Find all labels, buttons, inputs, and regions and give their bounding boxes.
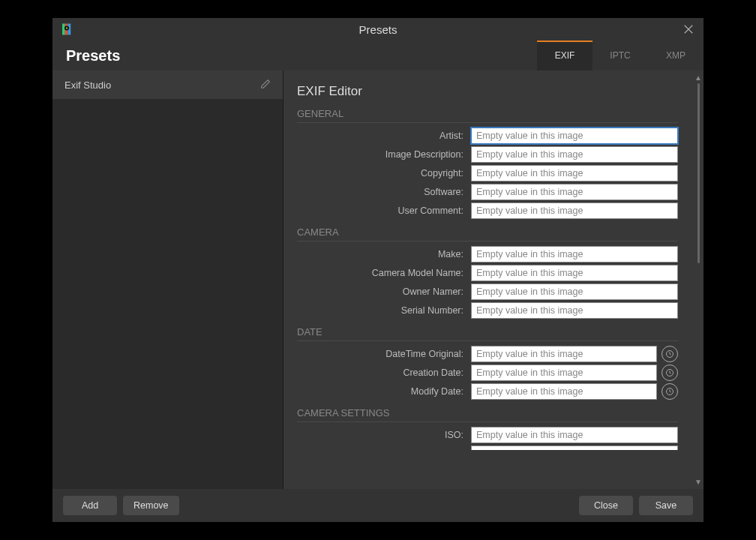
- svg-rect-0: [62, 24, 65, 35]
- field-label: Artist:: [297, 130, 471, 141]
- body-area: Exif Studio EXIF Editor GENERAL Artist: …: [52, 70, 704, 489]
- close-button[interactable]: Close: [579, 496, 633, 515]
- field-software: Software:: [297, 184, 678, 200]
- owner-name-input[interactable]: [471, 284, 678, 300]
- field-creation-date: Creation Date:: [297, 364, 678, 381]
- image-description-input[interactable]: [471, 146, 678, 163]
- field-label: DateTime Original:: [297, 349, 471, 359]
- window-title: Presets: [52, 23, 704, 36]
- field-artist: Artist:: [297, 128, 678, 144]
- field-label: Make:: [297, 249, 471, 260]
- partial-input: [471, 446, 678, 450]
- clock-icon[interactable]: [662, 383, 678, 400]
- editor-panel: EXIF Editor GENERAL Artist: Image Descri…: [284, 70, 704, 489]
- field-label: Copyright:: [297, 168, 471, 178]
- datetime-original-input[interactable]: [471, 346, 657, 362]
- make-input[interactable]: [471, 246, 678, 262]
- field-modify-date: Modify Date:: [297, 383, 678, 400]
- sidebar-item-label: Exif Studio: [64, 80, 111, 91]
- scroll-thumb[interactable]: [698, 83, 700, 263]
- field-camera-model-name: Camera Model Name:: [297, 265, 678, 281]
- field-make: Make:: [297, 246, 678, 262]
- field-serial-number: Serial Number:: [297, 302, 678, 319]
- pencil-icon[interactable]: [260, 79, 271, 92]
- artist-input[interactable]: [471, 128, 678, 144]
- field-owner-name: Owner Namer:: [297, 284, 678, 300]
- footer: Add Remove Close Save: [52, 489, 704, 522]
- field-label: Serial Number:: [297, 305, 471, 316]
- field-user-comment: User Comment:: [297, 202, 678, 219]
- add-button[interactable]: Add: [63, 496, 117, 515]
- copyright-input[interactable]: [471, 165, 678, 182]
- field-label: Creation Date:: [297, 368, 471, 378]
- close-icon[interactable]: [681, 22, 696, 37]
- tab-xmp[interactable]: XMP: [648, 40, 704, 70]
- field-datetime-original: DateTime Original:: [297, 346, 678, 362]
- field-label: ISO:: [297, 430, 471, 440]
- section-camera-header: CAMERA: [297, 226, 678, 242]
- clock-icon[interactable]: [662, 346, 678, 362]
- field-iso: ISO:: [297, 427, 678, 443]
- section-camera-settings-header: CAMERA SETTINGS: [297, 407, 678, 422]
- field-copyright: Copyright:: [297, 165, 678, 182]
- app-icon: [60, 22, 74, 36]
- camera-model-name-input[interactable]: [471, 265, 678, 281]
- section-general-header: GENERAL: [297, 108, 678, 123]
- iso-input[interactable]: [471, 427, 678, 443]
- sidebar: Exif Studio: [52, 70, 284, 489]
- field-label: Software:: [297, 187, 471, 197]
- section-date-header: DATE: [297, 326, 678, 341]
- tab-label: EXIF: [555, 50, 575, 61]
- clock-icon[interactable]: [662, 364, 678, 381]
- modify-date-input[interactable]: [471, 383, 657, 400]
- field-label: Camera Model Name:: [297, 268, 471, 278]
- tab-label: XMP: [666, 50, 686, 61]
- svg-point-4: [66, 27, 68, 28]
- page-heading: Presets: [66, 47, 120, 64]
- field-label: Image Description:: [297, 149, 471, 160]
- sidebar-item-exif-studio[interactable]: Exif Studio: [52, 70, 283, 99]
- serial-number-input[interactable]: [471, 302, 678, 319]
- tab-exif[interactable]: EXIF: [537, 40, 592, 70]
- creation-date-input[interactable]: [471, 364, 657, 381]
- field-label: Owner Namer:: [297, 286, 471, 297]
- software-input[interactable]: [471, 184, 678, 200]
- field-partial: [297, 446, 678, 450]
- scrollbar[interactable]: ▲ ▼: [693, 70, 704, 489]
- editor-scroll[interactable]: EXIF Editor GENERAL Artist: Image Descri…: [284, 70, 693, 489]
- remove-button[interactable]: Remove: [123, 496, 179, 515]
- save-button[interactable]: Save: [639, 496, 693, 515]
- presets-window: Presets Presets EXIF IPTC XMP Exif Studi…: [52, 18, 704, 522]
- titlebar: Presets: [52, 18, 704, 40]
- field-image-description: Image Description:: [297, 146, 678, 163]
- editor-title: EXIF Editor: [297, 84, 678, 99]
- field-label: Modify Date:: [297, 386, 471, 397]
- scroll-up-arrow-icon[interactable]: ▲: [694, 74, 702, 82]
- field-label: User Comment:: [297, 206, 471, 216]
- scroll-down-arrow-icon[interactable]: ▼: [694, 478, 702, 486]
- tab-iptc[interactable]: IPTC: [592, 40, 648, 70]
- user-comment-input[interactable]: [471, 202, 678, 219]
- tab-group: EXIF IPTC XMP: [537, 40, 704, 70]
- tab-label: IPTC: [610, 50, 630, 61]
- tabs-row: Presets EXIF IPTC XMP: [52, 40, 704, 70]
